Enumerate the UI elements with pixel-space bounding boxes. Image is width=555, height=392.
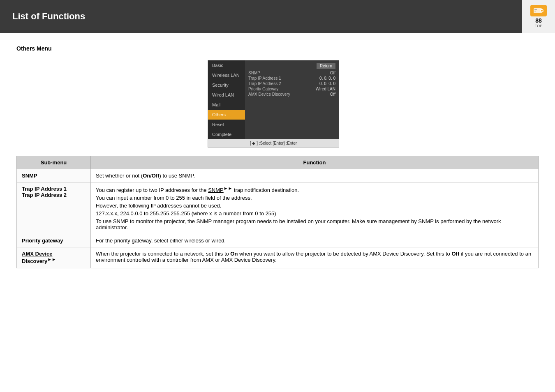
submenu-amx: AMX Device Discovery►► <box>17 247 91 268</box>
function-table: Sub-menu Function SNMP Set whether or no… <box>16 156 539 268</box>
menu-item-mail[interactable]: Mail <box>208 100 245 110</box>
menu-item-basic[interactable]: Basic <box>208 60 245 70</box>
menu-item-wireless-lan[interactable]: Wireless LAN <box>208 70 245 80</box>
menu-row-snmp: SNMP Off <box>248 71 335 75</box>
snmp-link[interactable]: SNMP <box>208 187 224 193</box>
submenu-trap: Trap IP Address 1 Trap IP Address 2 <box>17 182 91 234</box>
bold-on-off: On/Off <box>143 173 159 179</box>
svg-rect-4 <box>534 11 536 12</box>
menu-item-security[interactable]: Security <box>208 80 245 90</box>
trap-addr-1-label: Trap IP Address 1 <box>22 186 86 192</box>
svg-rect-3 <box>534 9 537 10</box>
header: List of Functions 88 TOP <box>0 0 555 33</box>
submenu-gateway: Priority gateway <box>17 234 91 247</box>
trap-line-5: To use SNMP to monitor the projector, th… <box>96 218 533 231</box>
col-header-submenu: Sub-menu <box>17 156 91 169</box>
menu-row-gateway: Priority Gateway Wired LAN <box>248 87 335 91</box>
menu-hint: [ ◆ ] :Select [Enter] :Enter <box>208 139 339 147</box>
table-row-amx: AMX Device Discovery►► When the projecto… <box>17 247 539 268</box>
trap-addr-2-label: Trap IP Address 2 <box>22 192 86 198</box>
menu-row-amx: AMX Device Discovery Off <box>248 92 335 97</box>
badge-icon <box>530 5 547 16</box>
svg-point-2 <box>541 10 543 12</box>
function-snmp: Set whether or not (On/Off) to use SNMP. <box>91 169 539 182</box>
function-trap: You can register up to two IP addresses … <box>91 182 539 234</box>
menu-container: Basic Wireless LAN Security Wired LAN Ma… <box>208 60 339 148</box>
table-row-trap: Trap IP Address 1 Trap IP Address 2 You … <box>17 182 539 234</box>
active-indicator <box>227 113 231 117</box>
amx-arrow: ►► <box>47 257 56 262</box>
menu-wrapper: Basic Wireless LAN Security Wired LAN Ma… <box>208 60 347 148</box>
trap-line-3: However, the following IP addresses cann… <box>96 203 533 209</box>
menu-item-others[interactable]: Others <box>208 110 245 120</box>
snmp-arrow: ►► <box>224 186 232 191</box>
menu-row-trap2: Trap IP Address 2 0. 0. 0. 0 <box>248 81 335 86</box>
menu-item-reset[interactable]: Reset <box>208 120 245 129</box>
table-row-gateway: Priority gateway For the priority gatewa… <box>17 234 539 247</box>
function-gateway: For the priority gateway, select either … <box>91 234 539 247</box>
table-row-snmp: SNMP Set whether or not (On/Off) to use … <box>17 169 539 182</box>
trap-line-1: You can register up to two IP addresses … <box>96 186 533 193</box>
trap-line-4: 127.x.x.x, 224.0.0.0 to 255.255.255.255 … <box>96 210 533 217</box>
bold-off: Off <box>451 251 459 257</box>
menu-left-panel: Basic Wireless LAN Security Wired LAN Ma… <box>208 60 245 139</box>
main-content: Others Menu Basic Wireless LAN Security … <box>0 33 555 281</box>
trap-line-2: You can input a number from 0 to 255 in … <box>96 195 533 201</box>
menu-screenshot-area: Basic Wireless LAN Security Wired LAN Ma… <box>16 60 539 148</box>
projector-icon <box>533 7 544 15</box>
menu-inner: Basic Wireless LAN Security Wired LAN Ma… <box>208 60 339 139</box>
page-badge: 88 TOP <box>522 0 555 33</box>
menu-item-wired-lan[interactable]: Wired LAN <box>208 90 245 100</box>
badge-top-label: TOP <box>535 24 542 28</box>
menu-item-complete[interactable]: Complete <box>208 129 245 139</box>
page-title: List of Functions <box>12 11 85 22</box>
menu-row-trap1: Trap IP Address 1 0. 0. 0. 0 <box>248 76 335 81</box>
section-title: Others Menu <box>16 45 539 52</box>
bold-on: On <box>230 251 238 257</box>
menu-right-panel: Return SNMP Off Trap IP Address 1 0. 0. … <box>245 60 339 139</box>
submenu-snmp: SNMP <box>17 169 91 182</box>
return-row: Return <box>248 63 335 69</box>
return-button[interactable]: Return <box>317 63 335 69</box>
function-amx: When the projector is connected to a net… <box>91 247 539 268</box>
col-header-function: Function <box>91 156 539 169</box>
page-number: 88 <box>535 17 542 24</box>
